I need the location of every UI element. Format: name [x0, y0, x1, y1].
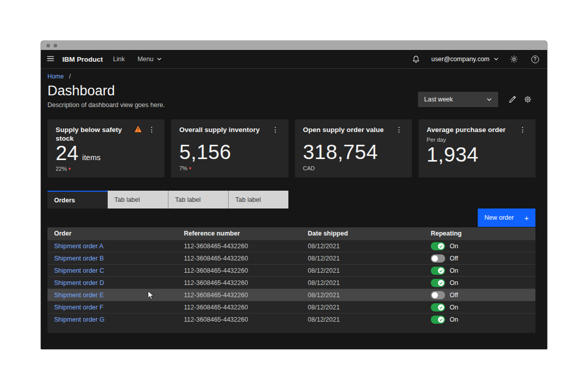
column-header-date[interactable]: Date shipped	[301, 230, 424, 237]
column-header-order[interactable]: Order	[47, 230, 177, 237]
repeating-toggle[interactable]	[431, 279, 445, 287]
card-value: 1,934	[427, 144, 527, 165]
caret-down-icon: ▾	[189, 166, 191, 171]
toggle-knob	[438, 304, 444, 310]
plus-icon: +	[524, 214, 529, 222]
page-header: Home / Dashboard Description of dashboar…	[47, 69, 535, 109]
caret-down-icon: ▾	[68, 167, 71, 171]
order-link[interactable]: Shipment order B	[54, 255, 104, 262]
edit-button[interactable]	[505, 92, 520, 107]
page-content: Home / Dashboard Description of dashboar…	[41, 69, 547, 349]
time-range-dropdown[interactable]: Last week	[418, 92, 498, 107]
repeating-toggle[interactable]	[431, 316, 445, 324]
nav-menu[interactable]: Menu	[137, 56, 161, 63]
card-title: Overall supply inventory	[179, 125, 271, 134]
help-button[interactable]: ?	[529, 54, 541, 65]
reference-cell: 112-3608465-4432260	[177, 255, 301, 262]
order-link[interactable]: Shipment order E	[54, 292, 104, 299]
sun-icon	[510, 55, 518, 63]
date-cell: 08/12/2021	[301, 243, 424, 250]
product-name[interactable]: IBM Product	[62, 56, 103, 63]
repeating-toggle[interactable]	[431, 254, 445, 263]
overflow-menu-icon[interactable]: ⋮	[147, 125, 156, 134]
breadcrumb-separator: /	[69, 73, 70, 80]
toggle-knob	[438, 243, 444, 249]
metric-card-supply-below-safety-stock: Supply below safety stock ⋮ 24 items 22%…	[47, 119, 164, 177]
window-control-dot[interactable]	[46, 44, 50, 47]
reference-cell: 112-3608465-4432260	[177, 292, 301, 299]
dropdown-value: Last week	[424, 96, 453, 103]
card-footer: 7% ▾	[179, 165, 280, 172]
overflow-menu-icon[interactable]: ⋮	[395, 125, 404, 134]
breadcrumb-home-link[interactable]: Home	[47, 73, 64, 80]
page-description: Description of dashboard view goes here.	[47, 101, 165, 109]
page-title: Dashboard	[47, 83, 165, 98]
nav-link[interactable]: Link	[113, 56, 125, 63]
help-icon: ?	[531, 56, 539, 63]
edit-pencil-icon	[508, 95, 517, 103]
content-tabs: Orders Tab label Tab label Tab label	[47, 191, 535, 208]
notifications-button[interactable]	[410, 54, 422, 65]
repeating-cell: On	[424, 316, 535, 324]
new-order-button[interactable]: New order +	[478, 208, 535, 227]
check-icon	[439, 269, 443, 273]
table-row[interactable]: Shipment order C 112-3608465-4432260 08/…	[47, 264, 535, 276]
repeating-toggle[interactable]	[431, 291, 445, 299]
toggle-knob	[438, 317, 444, 323]
card-value: 318,754	[303, 142, 404, 162]
tab-orders[interactable]: Orders	[47, 191, 108, 208]
card-title: Average purchase order Per day	[427, 125, 518, 144]
card-header: Average purchase order Per day ⋮	[427, 125, 527, 144]
table-row[interactable]: Shipment order D 112-3608465-4432260 08/…	[47, 276, 535, 289]
table-row[interactable]: Shipment order F 112-3608465-4432260 08/…	[47, 301, 535, 313]
order-link[interactable]: Shipment order F	[54, 304, 104, 311]
bell-icon	[412, 55, 420, 63]
window-control-dot[interactable]	[54, 44, 57, 47]
repeating-cell: On	[424, 267, 535, 275]
chevron-down-icon	[486, 97, 492, 102]
order-link[interactable]: Shipment order G	[54, 316, 105, 323]
settings-button[interactable]	[520, 92, 535, 107]
warning-icon	[134, 125, 142, 135]
breadcrumb: Home /	[47, 73, 165, 81]
overflow-menu-icon[interactable]: ⋮	[518, 125, 527, 134]
date-cell: 08/12/2021	[301, 255, 424, 262]
overflow-menu-icon[interactable]: ⋮	[271, 125, 280, 134]
reference-cell: 112-3608465-4432260	[177, 267, 301, 274]
repeating-toggle[interactable]	[431, 267, 445, 275]
date-cell: 08/12/2021	[301, 316, 424, 323]
order-link[interactable]: Shipment order D	[54, 279, 104, 286]
theme-switch-button[interactable]	[508, 54, 520, 65]
menu-hamburger-button[interactable]	[41, 50, 60, 69]
card-value: 24 items	[56, 143, 156, 163]
user-account-menu[interactable]: user@company.com	[431, 56, 499, 63]
column-header-repeating[interactable]: Repeating	[424, 230, 535, 237]
date-cell: 08/12/2021	[301, 292, 424, 299]
tab-label-2[interactable]: Tab label	[168, 191, 228, 208]
column-header-reference[interactable]: Reference number	[177, 230, 301, 237]
table-row[interactable]: Shipment order A 112-3608465-4432260 08/…	[47, 240, 535, 252]
reference-cell: 112-3608465-4432260	[177, 316, 301, 323]
metric-card-open-supply-order-value: Open supply order value ⋮ 318,754 CAD	[295, 119, 412, 177]
repeating-toggle[interactable]	[431, 242, 445, 250]
check-icon	[439, 244, 443, 248]
toggle-knob	[432, 292, 438, 298]
table-row[interactable]: Shipment order G 112-3608465-4432260 08/…	[47, 313, 535, 325]
table-row-hovered[interactable]: Shipment order E 112-3608465-4432260 08/…	[47, 289, 535, 301]
toggle-knob	[438, 280, 444, 286]
order-link[interactable]: Shipment order C	[54, 267, 104, 274]
repeating-cell: On	[424, 303, 535, 311]
date-cell: 08/12/2021	[301, 304, 424, 311]
header-actions: user@company.com ?	[410, 54, 547, 65]
page-header-icon-group	[505, 92, 535, 107]
orders-table: Order Reference number Date shipped Repe…	[47, 227, 535, 333]
table-row[interactable]: Shipment order B 112-3608465-4432260 08/…	[47, 252, 535, 264]
tab-label-3[interactable]: Tab label	[228, 191, 288, 208]
repeating-toggle[interactable]	[431, 303, 445, 311]
card-title: Open supply order value	[303, 125, 395, 134]
card-header: Open supply order value ⋮	[303, 125, 404, 134]
table-header-row: Order Reference number Date shipped Repe…	[47, 227, 535, 240]
tab-label-1[interactable]: Tab label	[108, 191, 168, 208]
reference-cell: 112-3608465-4432260	[177, 243, 301, 250]
order-link[interactable]: Shipment order A	[54, 243, 104, 250]
